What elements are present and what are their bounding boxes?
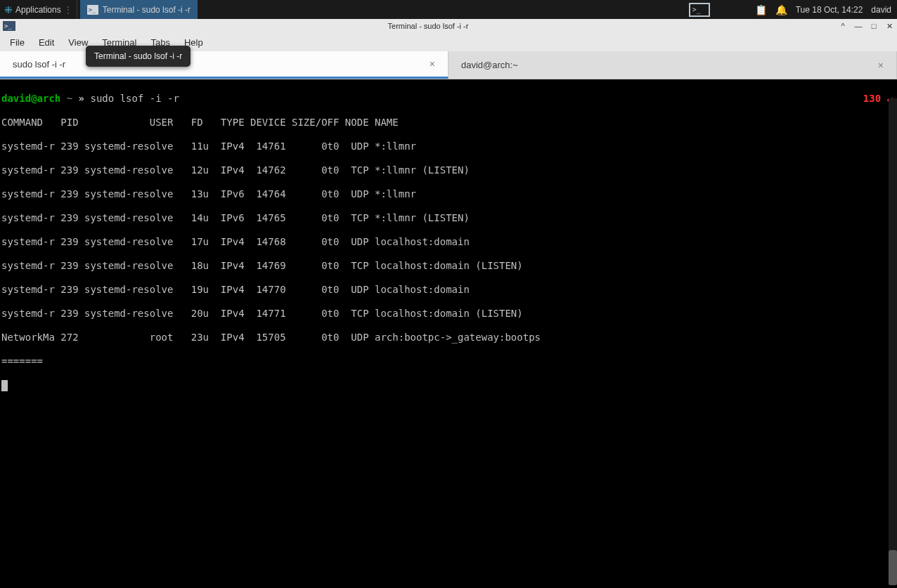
tab-close-button[interactable]: × <box>878 60 884 71</box>
output-row: NetworkMa 272 root 23u IPv4 15705 0t0 UD… <box>1 332 896 344</box>
output-row: systemd-r 239 systemd-resolve 20u IPv4 1… <box>1 308 896 320</box>
terminal-viewport[interactable]: david@arch ~ » sudo lsof -i -r130 ↵ COMM… <box>0 79 897 588</box>
menu-separator-icon: ⋮ <box>64 5 72 15</box>
window-titlebar[interactable]: >_ Terminal - sudo lsof -i -r ^ — □ ✕ <box>0 19 897 33</box>
prompt-path: ~ <box>67 93 72 104</box>
clock[interactable]: Tue 18 Oct, 14:22 <box>796 5 863 15</box>
terminal-cursor <box>1 380 8 391</box>
window-controls: ^ — □ ✕ <box>838 22 894 31</box>
window-maximize-button[interactable]: □ <box>869 22 879 31</box>
prompt-user-host: david@arch <box>1 93 60 104</box>
panel-username[interactable]: david <box>871 5 891 15</box>
prompt-command: sudo lsof -i -r <box>90 93 179 104</box>
output-header: COMMAND PID USER FD TYPE DEVICE SIZE/OFF… <box>1 117 896 129</box>
applications-label: Applications <box>15 5 61 15</box>
window-minimize-button[interactable]: — <box>853 22 863 31</box>
desktop-top-panel: ⁜ Applications ⋮ >_ Terminal - sudo lsof… <box>0 0 897 19</box>
xfce-logo-icon: ⁜ <box>4 4 13 15</box>
taskbar-terminal-window[interactable]: >_ Terminal - sudo lsof -i -r <box>80 0 198 19</box>
tab-close-button[interactable]: × <box>430 58 435 70</box>
output-row: systemd-r 239 systemd-resolve 13u IPv6 1… <box>1 188 896 200</box>
window-close-button[interactable]: ✕ <box>884 22 894 31</box>
scrollbar-thumb[interactable] <box>889 550 897 585</box>
output-row: systemd-r 239 systemd-resolve 12u IPv4 1… <box>1 164 896 176</box>
tray-terminal-icon[interactable]: >_ <box>689 3 710 17</box>
output-row: systemd-r 239 systemd-resolve 14u IPv6 1… <box>1 212 896 224</box>
output-separator: ======= <box>1 355 896 367</box>
scrollbar-track[interactable] <box>889 98 897 585</box>
clipboard-icon[interactable]: 📋 <box>755 4 767 15</box>
output-row: systemd-r 239 systemd-resolve 18u IPv4 1… <box>1 260 896 272</box>
window-shade-button[interactable]: ^ <box>838 22 848 31</box>
output-row: systemd-r 239 systemd-resolve 17u IPv4 1… <box>1 236 896 248</box>
menu-edit[interactable]: Edit <box>32 34 61 51</box>
tab-2[interactable]: david@arch:~ × <box>448 51 897 79</box>
prompt-symbol: » <box>79 93 84 104</box>
window-app-icon: >_ <box>3 21 15 31</box>
notifications-icon[interactable]: 🔔 <box>775 4 787 15</box>
menu-file[interactable]: File <box>3 34 32 51</box>
output-row: systemd-r 239 systemd-resolve 11u IPv4 1… <box>1 141 896 152</box>
terminal-icon: >_ <box>87 5 98 15</box>
tab-1[interactable]: sudo lsof -i -r × <box>0 51 448 79</box>
window-title: Terminal - sudo lsof -i -r <box>18 22 838 30</box>
output-row: systemd-r 239 systemd-resolve 19u IPv4 1… <box>1 284 896 296</box>
applications-menu[interactable]: ⁜ Applications ⋮ <box>0 0 77 19</box>
tab-label: sudo lsof -i -r <box>13 59 430 70</box>
terminal-window: >_ Terminal - sudo lsof -i -r ^ — □ ✕ Te… <box>0 19 897 588</box>
taskbar-tooltip: Terminal - sudo lsof -i -r <box>86 46 191 67</box>
tab-label: david@arch:~ <box>461 60 878 70</box>
taskbar-item-label: Terminal - sudo lsof -i -r <box>103 5 191 15</box>
system-tray: >_ 📋 🔔 Tue 18 Oct, 14:22 david <box>683 0 897 19</box>
exit-status: 130 <box>863 93 881 104</box>
